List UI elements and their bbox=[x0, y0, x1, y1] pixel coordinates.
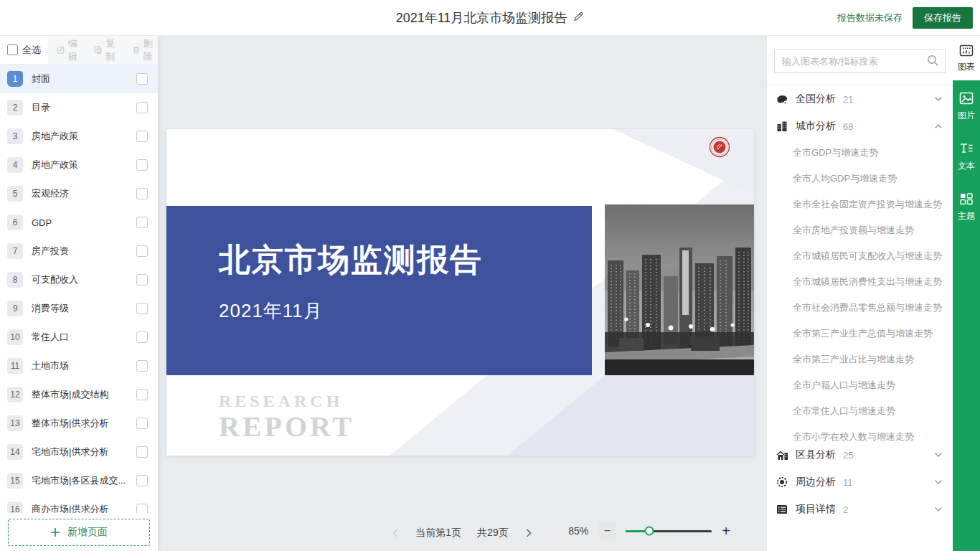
page-number-badge: 3 bbox=[7, 128, 23, 144]
page-list-item[interactable]: 16商办市场|供求分析 bbox=[0, 495, 158, 513]
section-count: 11 bbox=[843, 477, 853, 488]
page-list-item[interactable]: 14宅地市场|供求分析 bbox=[0, 438, 158, 466]
page-label: 整体市场|供求分析 bbox=[32, 417, 128, 430]
section-city-analysis[interactable]: 城市分析 68 bbox=[767, 113, 953, 140]
page-checkbox[interactable] bbox=[136, 274, 148, 286]
copy-page-button[interactable]: 复制 bbox=[94, 37, 120, 63]
app-header: 2021年11月北京市场监测报告 报告数据未保存 保存报告 bbox=[0, 0, 980, 36]
page-checkbox[interactable] bbox=[136, 73, 148, 85]
select-all-control[interactable]: 全选 bbox=[0, 36, 48, 64]
page-checkbox[interactable] bbox=[136, 217, 148, 228]
zoom-out-button[interactable]: − bbox=[598, 522, 616, 540]
page-checkbox[interactable] bbox=[136, 504, 148, 513]
page-list-item[interactable]: 12整体市场|成交结构 bbox=[0, 380, 158, 409]
district-house-icon bbox=[776, 450, 788, 461]
chevron-down-icon[interactable] bbox=[934, 479, 943, 485]
page-checkbox[interactable] bbox=[136, 360, 148, 372]
next-page-icon[interactable] bbox=[524, 528, 533, 538]
section-surrounding-analysis[interactable]: 周边分析 11 bbox=[767, 468, 953, 496]
total-pages-text: 共29页 bbox=[477, 527, 509, 540]
page-list-item[interactable]: 6GDP bbox=[0, 208, 158, 237]
tab-images[interactable]: 图片 bbox=[958, 92, 975, 122]
section-label: 区县分析 bbox=[796, 448, 836, 461]
section-count: 21 bbox=[843, 94, 853, 105]
page-list-item[interactable]: 1封面 bbox=[0, 65, 158, 93]
chart-item[interactable]: 全市户籍人口与增速走势 bbox=[767, 372, 953, 398]
tab-charts[interactable]: 图表 bbox=[953, 36, 980, 80]
page-checkbox[interactable] bbox=[136, 303, 148, 314]
plus-icon bbox=[50, 527, 60, 537]
delete-page-button[interactable]: 删除 bbox=[132, 37, 158, 63]
chart-item[interactable]: 全市常住人口与增速走势 bbox=[767, 398, 953, 424]
page-list-item[interactable]: 3房地产政策 bbox=[0, 122, 158, 151]
page-list-item[interactable]: 13整体市场|供求分析 bbox=[0, 409, 158, 438]
page-list-item[interactable]: 2目录 bbox=[0, 93, 158, 122]
section-label: 项目详情 bbox=[796, 503, 836, 516]
chevron-down-icon[interactable] bbox=[934, 452, 943, 458]
page-label: 宅地市场|供求分析 bbox=[32, 446, 128, 458]
page-list-item[interactable]: 7房产投资 bbox=[0, 237, 158, 265]
tab-text[interactable]: 文本 bbox=[958, 142, 975, 172]
page-list-item[interactable]: 8可支配收入 bbox=[0, 265, 158, 294]
zoom-slider-handle[interactable] bbox=[644, 527, 654, 536]
page-list-item[interactable]: 11土地市场 bbox=[0, 352, 158, 380]
page-checkbox[interactable] bbox=[136, 131, 148, 142]
delete-page-label: 删除 bbox=[143, 37, 158, 63]
page-list-item[interactable]: 4房地产政策 bbox=[0, 151, 158, 179]
page-label: 商办市场|供求分析 bbox=[32, 503, 128, 513]
chart-item[interactable]: 全市城镇居民消费性支出与增速走势 bbox=[767, 269, 953, 295]
section-national-analysis[interactable]: 全国分析 21 bbox=[767, 85, 953, 113]
section-district-analysis[interactable]: 区县分析 25 bbox=[767, 441, 953, 468]
chevron-up-icon[interactable] bbox=[934, 123, 943, 129]
select-all-checkbox[interactable] bbox=[7, 44, 18, 55]
page-checkbox[interactable] bbox=[136, 418, 148, 429]
page-list-item[interactable]: 15宅地市场|各区县成交... bbox=[0, 466, 158, 495]
section-count: 2 bbox=[843, 504, 848, 515]
chart-item[interactable]: 全市第三产业生产总值与增速走势 bbox=[767, 321, 953, 347]
search-icon[interactable] bbox=[927, 55, 939, 70]
section-project-details[interactable]: 项目详情 2 bbox=[767, 496, 953, 523]
page-checkbox[interactable] bbox=[136, 245, 148, 257]
chevron-down-icon[interactable] bbox=[934, 96, 943, 102]
chart-item[interactable]: 全市小学在校人数与增速走势 bbox=[767, 424, 953, 441]
project-list-icon bbox=[776, 504, 788, 514]
chart-item[interactable]: 全市城镇居民可支配收入与增速走势 bbox=[767, 243, 953, 269]
chart-search-input[interactable] bbox=[774, 49, 946, 73]
section-label: 城市分析 bbox=[796, 120, 836, 133]
page-checkbox[interactable] bbox=[136, 475, 148, 486]
chart-item[interactable]: 全市房地产投资额与增速走势 bbox=[767, 217, 953, 243]
save-report-button[interactable]: 保存报告 bbox=[913, 7, 973, 29]
zoom-slider[interactable] bbox=[626, 530, 712, 532]
page-checkbox[interactable] bbox=[136, 389, 148, 400]
page-label: 房产投资 bbox=[32, 245, 128, 258]
add-page-button[interactable]: 新增页面 bbox=[8, 519, 150, 546]
copy-page-label: 复制 bbox=[105, 37, 121, 63]
select-all-label: 全选 bbox=[22, 44, 41, 57]
prev-page-icon[interactable] bbox=[391, 528, 400, 538]
chart-item[interactable]: 全市第三产业占比与增速走势 bbox=[767, 347, 953, 372]
page-checkbox[interactable] bbox=[136, 188, 148, 199]
chart-item[interactable]: 全市社会消费品零售总额与增速走势 bbox=[767, 295, 953, 321]
page-list-item[interactable]: 5宏观经济 bbox=[0, 179, 158, 208]
chart-item[interactable]: 全市人均GDP与增速走势 bbox=[767, 166, 953, 192]
page-list-item[interactable]: 10常住人口 bbox=[0, 323, 158, 352]
text-icon bbox=[959, 142, 974, 157]
page-list-item[interactable]: 9消费等级 bbox=[0, 294, 158, 323]
edit-page-button[interactable]: 编辑 bbox=[57, 37, 83, 63]
page-checkbox[interactable] bbox=[136, 446, 148, 458]
page-checkbox[interactable] bbox=[136, 102, 148, 113]
page-checkbox[interactable] bbox=[136, 331, 148, 343]
slide-preview[interactable]: 北京市场监测报告 2021年11月 bbox=[166, 129, 754, 456]
chevron-down-icon[interactable] bbox=[934, 507, 943, 512]
tab-theme[interactable]: 主题 bbox=[958, 192, 975, 222]
page-list: 1封面 2目录 3房地产政策 4房地产政策 5宏观经济 6GDP 7房产投资 8… bbox=[0, 65, 158, 513]
unsaved-status: 报告数据未保存 bbox=[837, 11, 903, 24]
tab-images-label: 图片 bbox=[958, 110, 975, 122]
page-checkbox[interactable] bbox=[136, 159, 148, 171]
chart-item[interactable]: 全市GDP与增速走势 bbox=[767, 140, 953, 166]
zoom-in-button[interactable]: + bbox=[722, 524, 730, 538]
chart-item[interactable]: 全市全社会固定资产投资与增速走势 bbox=[767, 192, 953, 217]
page-label: 宏观经济 bbox=[32, 187, 128, 200]
header-actions: 报告数据未保存 保存报告 bbox=[837, 7, 973, 29]
edit-title-icon[interactable] bbox=[573, 11, 584, 26]
